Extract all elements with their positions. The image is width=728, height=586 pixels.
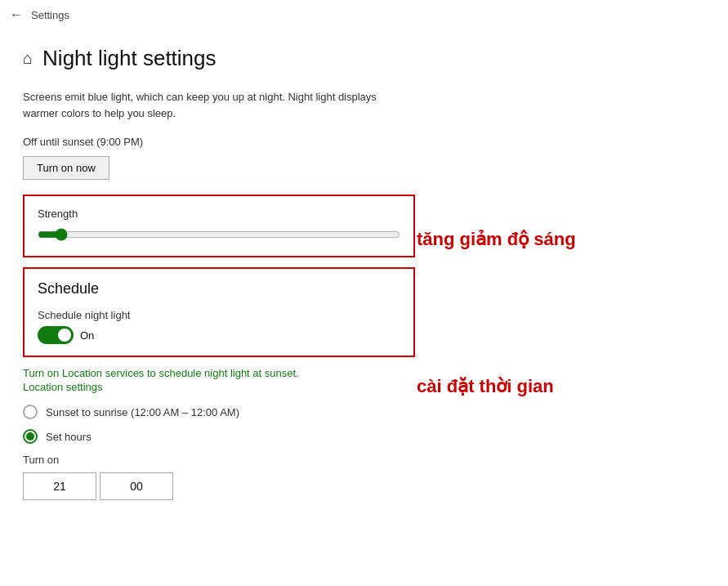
turn-on-now-button[interactable]: Turn on now (23, 156, 109, 180)
time-row: 21 00 (23, 472, 549, 500)
toggle-thumb (58, 329, 71, 342)
schedule-section: Schedule Schedule night light On (23, 267, 415, 357)
slider-wrapper (38, 228, 400, 244)
radio-inner-sethours (26, 432, 34, 441)
location-notice: Turn on Location services to schedule ni… (23, 367, 549, 379)
page-title: Night light settings (42, 46, 216, 71)
radio-circle-sethours (23, 429, 38, 444)
schedule-toggle-label: Schedule night light (38, 309, 400, 321)
time-minute-box[interactable]: 00 (100, 472, 173, 500)
toggle-state-text: On (80, 329, 94, 342)
title-bar: ← Settings (0, 0, 728, 29)
schedule-title: Schedule (38, 280, 400, 297)
home-icon: ⌂ (23, 49, 33, 68)
radio-sunset[interactable]: Sunset to sunrise (12:00 AM – 12:00 AM) (23, 405, 549, 419)
description-text: Screens emit blue light, which can keep … (23, 89, 382, 121)
turn-on-label: Turn on (23, 454, 549, 466)
radio-label-sunset: Sunset to sunrise (12:00 AM – 12:00 AM) (46, 406, 239, 418)
radio-circle-sunset (23, 405, 38, 419)
schedule-toggle[interactable]: On (38, 326, 400, 344)
strength-slider[interactable] (38, 228, 400, 241)
toggle-track (38, 326, 74, 344)
status-text: Off until sunset (9:00 PM) (23, 136, 549, 148)
radio-sethours[interactable]: Set hours (23, 429, 549, 444)
main-content: ⌂ Night light settings Screens emit blue… (0, 29, 572, 523)
strength-section: Strength (23, 195, 415, 257)
radio-label-sethours: Set hours (46, 431, 92, 443)
location-settings-link[interactable]: Location settings (23, 381, 549, 393)
back-button[interactable]: ← (10, 7, 23, 22)
strength-label: Strength (38, 208, 400, 220)
title-bar-text: Settings (31, 9, 69, 21)
page-header: ⌂ Night light settings (23, 46, 549, 71)
time-hour-box[interactable]: 21 (23, 472, 96, 500)
